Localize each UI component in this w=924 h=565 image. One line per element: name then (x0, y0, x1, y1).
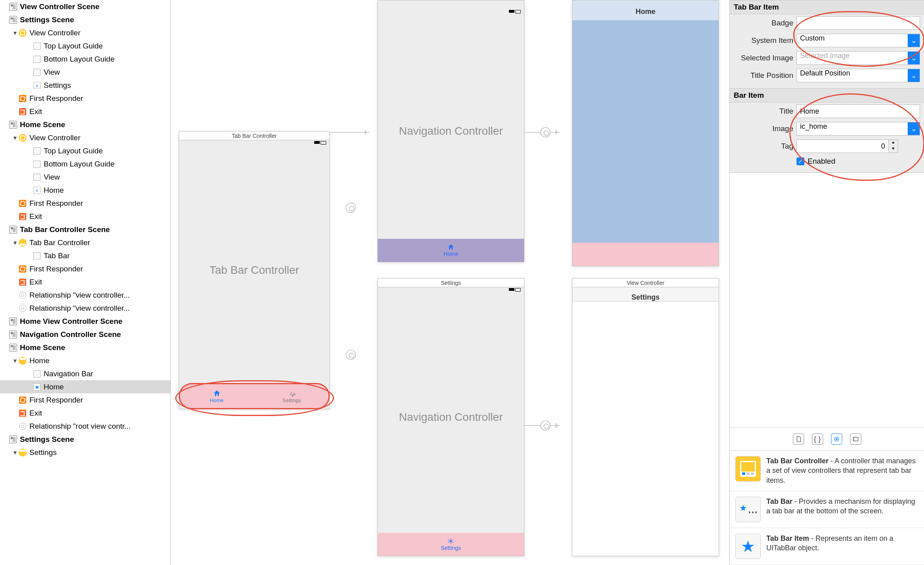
svg-rect-2 (836, 438, 837, 440)
scene-tabbar-controller[interactable]: Tab Bar Controller Tab Bar Controller Ho… (179, 131, 330, 409)
outline-row[interactable]: View (0, 66, 170, 79)
tab-home[interactable]: Home (179, 383, 254, 409)
select-title-position[interactable]: Default Position ⌄ (796, 69, 920, 82)
row-tag: Tag ▲▼ (730, 137, 924, 155)
stepper-down-icon[interactable]: ▼ (889, 146, 898, 153)
scene-home-vc[interactable]: Home (572, 0, 719, 266)
tab-bar-item-label: Settings (441, 545, 461, 551)
outline-label: View Controller (29, 29, 80, 37)
lib-tab-media-icon[interactable] (850, 433, 861, 445)
input-title[interactable] (796, 104, 920, 118)
tab-bar-item-settings[interactable]: Settings (378, 533, 524, 556)
scene-center-label: Navigation Controller (378, 0, 524, 262)
library-item[interactable]: ★Tab Bar Item - Represents an item on a … (730, 528, 924, 565)
outline-row[interactable]: Relationship "view controller... (0, 288, 170, 302)
disclosure-triangle-icon[interactable]: ▼ (12, 358, 18, 364)
tab-label: Home (210, 397, 224, 403)
outline-row[interactable]: First Responder (0, 262, 170, 275)
checkbox-enabled[interactable]: ✓ (796, 157, 804, 165)
outline-row[interactable]: Bottom Layout Guide (0, 52, 170, 66)
outline-row[interactable]: Navigation Bar (0, 367, 170, 380)
outline-row[interactable]: First Responder (0, 197, 170, 210)
vc-icon (18, 134, 27, 142)
outline-label: Tab Bar Controller Scene (20, 225, 110, 234)
outline-label: View (44, 68, 60, 77)
lib-tab-objects-icon[interactable] (831, 433, 842, 445)
outline-row[interactable]: ★Home (0, 380, 170, 393)
library-item-desc: Tab Bar Controller - A controller that m… (766, 456, 918, 485)
select-image[interactable]: ic_home ⌄ (796, 122, 920, 135)
tab-bar-item-home[interactable]: Home (378, 239, 524, 262)
outline-row[interactable]: View (0, 170, 170, 184)
stepper-up-icon[interactable]: ▲ (889, 140, 898, 146)
scene-icon (9, 15, 17, 24)
outline-row[interactable]: Top Layout Guide (0, 39, 170, 52)
rel-icon (18, 291, 27, 300)
select-system-item[interactable]: Custom ⌄ (796, 34, 920, 47)
outline-row[interactable]: ‹Home (0, 184, 170, 197)
outline-row[interactable]: Tab Bar (0, 249, 170, 262)
tab-settings[interactable]: Settings (254, 383, 329, 409)
outline-row[interactable]: ▼View Controller (0, 26, 170, 39)
outline-label: Home (29, 356, 50, 365)
tab-bar[interactable]: Home Settings (179, 383, 329, 409)
view-body (572, 302, 719, 556)
outline-label: Relationship "view controller... (29, 291, 130, 300)
lib-tab-file-icon[interactable] (793, 433, 804, 445)
library-tabs: { } (730, 428, 924, 451)
outline-row[interactable]: Settings Scene (0, 13, 170, 26)
outline-row[interactable]: Exit (0, 105, 170, 118)
disclosure-triangle-icon[interactable]: ▼ (12, 240, 18, 246)
outline-row[interactable]: First Responder (0, 92, 170, 105)
outline-label: Exit (29, 409, 42, 418)
scene-settings-vc[interactable]: View Controller Settings (572, 278, 719, 556)
input-tag[interactable] (796, 139, 889, 153)
outline-row[interactable]: ‹Settings (0, 79, 170, 92)
outline-label: Tab Bar Controller (29, 238, 90, 247)
outline-row[interactable]: ▼Settings (0, 446, 170, 459)
box-icon (33, 173, 41, 182)
box-icon (33, 42, 41, 50)
storyboard-canvas[interactable]: Tab Bar Controller Tab Bar Controller Ho… (171, 0, 729, 565)
outline-row[interactable]: Home Scene (0, 118, 170, 131)
outline-row[interactable]: Navigation Controller Scene (0, 328, 170, 341)
lib-tab-code-icon[interactable]: { } (812, 433, 823, 445)
select-value: Default Position (800, 69, 850, 77)
object-library[interactable]: Tab Bar Controller - A controller that m… (730, 451, 924, 565)
outline-row[interactable]: Exit (0, 406, 170, 420)
stepper-tag[interactable]: ▲▼ (796, 139, 898, 153)
row-badge: Badge (730, 14, 924, 32)
tbc-icon (18, 238, 27, 247)
input-badge[interactable] (796, 16, 920, 30)
scene-nav-controller-settings[interactable]: Settings Navigation Controller Settings (377, 278, 524, 556)
outline-row[interactable]: ▼View Controller (0, 131, 170, 144)
row-system-item: System Item Custom ⌄ (730, 32, 924, 49)
outline-row[interactable]: First Responder (0, 393, 170, 406)
outline-row[interactable]: Exit (0, 275, 170, 288)
library-item[interactable]: ★Tab Bar - Provides a mechanism for disp… (730, 491, 924, 528)
disclosure-triangle-icon[interactable]: ▼ (12, 30, 18, 36)
outline-row[interactable]: ▼Tab Bar Controller (0, 236, 170, 249)
outline-row[interactable]: Relationship "root view contr... (0, 420, 170, 433)
document-outline[interactable]: View Controller SceneSettings Scene▼View… (0, 0, 171, 565)
outline-row[interactable]: View Controller Scene (0, 0, 170, 13)
outline-row[interactable]: Home View Controller Scene (0, 315, 170, 328)
library-item[interactable]: Tab Bar Controller - A controller that m… (730, 451, 924, 491)
outline-label: First Responder (29, 265, 83, 273)
outline-row[interactable]: ▼Home (0, 354, 170, 367)
outline-label: View Controller Scene (20, 2, 99, 11)
select-selected-image[interactable]: Selected Image ⌄ (796, 51, 920, 65)
disclosure-triangle-icon[interactable]: ▼ (12, 135, 18, 141)
outline-row[interactable]: Top Layout Guide (0, 144, 170, 157)
label-title-position: Title Position (734, 71, 793, 80)
outline-row[interactable]: Home Scene (0, 341, 170, 354)
row-title-position: Title Position Default Position ⌄ (730, 67, 924, 84)
segue-link-icon (346, 350, 356, 360)
outline-row[interactable]: Tab Bar Controller Scene (0, 223, 170, 236)
disclosure-triangle-icon[interactable]: ▼ (12, 449, 18, 456)
outline-row[interactable]: Relationship "view controller... (0, 302, 170, 315)
outline-row[interactable]: Settings Scene (0, 433, 170, 446)
outline-row[interactable]: Exit (0, 210, 170, 223)
scene-nav-controller-home[interactable]: Navigation Controller Home (377, 0, 524, 262)
outline-row[interactable]: Bottom Layout Guide (0, 157, 170, 170)
